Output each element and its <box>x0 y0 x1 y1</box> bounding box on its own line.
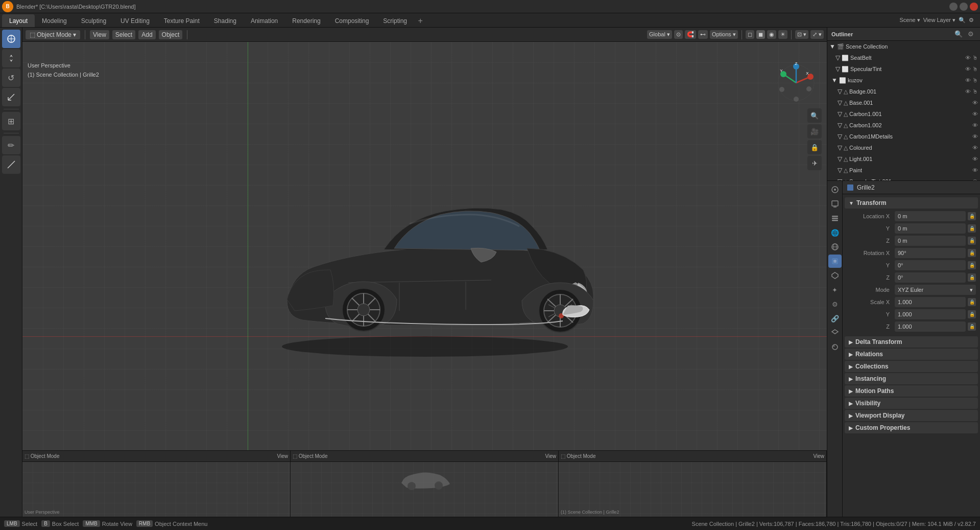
outliner-item-base001[interactable]: ▽ △ Base.001 👁 <box>827 97 980 108</box>
viewport-display-header[interactable]: ▶ Viewport Display <box>845 410 978 421</box>
delta-transform-header[interactable]: ▶ Delta Transform <box>845 336 978 348</box>
view-layer-props-button[interactable] <box>828 212 842 225</box>
rotation-mode-dropdown[interactable]: XYZ Euler ▾ <box>895 285 976 295</box>
outliner-item-kuzov[interactable]: ▼ ⬜ kuzov 👁 🖱 <box>827 75 980 86</box>
tab-layout[interactable]: Layout <box>2 14 35 27</box>
outliner-item-carbon1mdetails[interactable]: ▽ △ Carbon1MDetails 👁 <box>827 131 980 142</box>
zoom-in-button[interactable]: 🔍 <box>807 108 822 123</box>
instancing-header[interactable]: ▶ Instancing <box>845 373 978 384</box>
snap-button[interactable]: 🧲 <box>685 30 696 39</box>
location-x-field[interactable]: 0 m <box>895 211 966 221</box>
location-y-lock[interactable]: 🔒 <box>968 224 976 233</box>
location-x-lock[interactable]: 🔒 <box>968 212 976 220</box>
cursor-tool-button[interactable] <box>2 30 20 48</box>
outliner-item-scene[interactable]: ▼ 🎬 Scene Collection <box>827 41 980 52</box>
solid-shading[interactable]: ◼ <box>756 30 765 39</box>
add-workspace-button[interactable]: + <box>414 14 426 27</box>
outliner-item-speculartint[interactable]: ▽ ⬜ SpecularTint 👁 🖱 <box>827 63 980 75</box>
fly-mode-button[interactable]: ✈ <box>807 156 822 170</box>
mini-viewport-3[interactable]: ⬚ Object Mode View (1) Scene Collection … <box>559 451 827 517</box>
collections-header[interactable]: ▶ Collections <box>845 361 978 372</box>
visibility-header[interactable]: ▶ Visibility <box>845 398 978 409</box>
tab-shading[interactable]: Shading <box>207 14 244 27</box>
tab-modeling[interactable]: Modeling <box>35 14 74 27</box>
data-props-button[interactable] <box>828 326 842 339</box>
move-tool-button[interactable] <box>2 49 20 67</box>
object-menu[interactable]: Object <box>159 30 183 39</box>
tab-compositing[interactable]: Compositing <box>328 14 376 27</box>
mini-viewport-2[interactable]: ⬚ Object Mode View <box>291 451 559 517</box>
viewport-canvas[interactable]: User Perspective (1) Scene Collection | … <box>22 42 827 517</box>
modifier-props-button[interactable] <box>828 269 842 282</box>
outliner-content[interactable]: ▼ 🎬 Scene Collection ▽ ⬜ SeatBelt 👁 🖱 ▽ … <box>827 41 980 180</box>
scene-props-button[interactable]: 🌐 <box>828 226 842 239</box>
particle-props-button[interactable]: ✦ <box>828 283 842 296</box>
output-props-button[interactable] <box>828 197 842 211</box>
close-button[interactable] <box>970 3 978 11</box>
camera-view-button[interactable]: 🎥 <box>807 124 822 139</box>
motion-paths-header[interactable]: ▶ Motion Paths <box>845 385 978 397</box>
filter-icon[interactable]: ⚙ <box>969 17 974 24</box>
physics-props-button[interactable]: ⚙ <box>828 297 842 311</box>
wireframe-shading[interactable]: ◻ <box>746 30 754 39</box>
rotate-tool-button[interactable]: ↺ <box>2 68 20 87</box>
viewport-gizmo[interactable]: X Y Z <box>776 62 817 103</box>
outliner-search-button[interactable]: 🔍 <box>953 29 964 39</box>
outliner-item-seatbelt[interactable]: ▽ ⬜ SeatBelt 👁 🖱 <box>827 52 980 63</box>
outliner-item-light001[interactable]: ▽ △ Light.001 👁 <box>827 153 980 165</box>
mini-viewport-1[interactable]: ⬚ Object Mode View User Perspective <box>22 451 291 517</box>
scale-z-lock[interactable]: 🔒 <box>968 322 976 331</box>
prop-content-scroll[interactable]: ▼ Transform Location X 0 m 🔒 <box>843 194 980 517</box>
global-transform-dropdown[interactable]: Global ▾ <box>647 30 672 39</box>
object-props-button[interactable] <box>828 255 842 268</box>
options-button[interactable]: Options ▾ <box>710 30 738 39</box>
minimize-button[interactable] <box>949 3 958 11</box>
scene-selector[interactable]: Scene ▾ <box>899 17 920 24</box>
outliner-item-speculartint001[interactable]: ▽ △ SpecularTint.001 👁 <box>827 176 980 180</box>
annotate-tool-button[interactable]: ✏ <box>2 136 20 154</box>
rotation-z-lock[interactable]: 🔒 <box>968 273 976 282</box>
rotation-z-field[interactable]: 0° <box>895 272 966 283</box>
pivot-dropdown[interactable]: ⊙ <box>674 30 683 39</box>
proportional-edit-button[interactable]: ⊷ <box>698 30 708 39</box>
viewport-3d[interactable]: ⬚Object Mode▾ View Select Add Object Glo… <box>22 28 827 517</box>
scale-z-field[interactable]: 1.000 <box>895 321 966 332</box>
object-mode-dropdown[interactable]: ⬚Object Mode▾ <box>26 30 80 39</box>
scene-search[interactable]: 🔍 <box>959 17 966 24</box>
world-props-button[interactable] <box>828 240 842 254</box>
location-y-field[interactable]: 0 m <box>895 223 966 234</box>
outliner-item-paint[interactable]: ▽ △ Paint 👁 <box>827 165 980 176</box>
transform-tool-button[interactable]: ⊞ <box>2 112 20 130</box>
outliner-item-carbon1002[interactable]: ▽ △ Carbon1.002 👁 <box>827 120 980 131</box>
rotation-y-lock[interactable]: 🔒 <box>968 261 976 269</box>
relations-header[interactable]: ▶ Relations <box>845 349 978 360</box>
constraints-props-button[interactable]: 🔗 <box>828 312 842 325</box>
rotation-x-lock[interactable]: 🔒 <box>968 249 976 257</box>
tab-texture-paint[interactable]: Texture Paint <box>157 14 207 27</box>
rotation-x-field[interactable]: 90° <box>895 248 966 258</box>
add-menu[interactable]: Add <box>138 30 155 39</box>
scale-y-field[interactable]: 1.000 <box>895 309 966 319</box>
custom-properties-header[interactable]: ▶ Custom Properties <box>845 422 978 433</box>
material-props-button[interactable] <box>828 340 842 354</box>
tab-rendering[interactable]: Rendering <box>285 14 327 27</box>
rotation-y-field[interactable]: 0° <box>895 260 966 270</box>
view-layer-selector[interactable]: View Layer ▾ <box>923 17 955 24</box>
location-z-field[interactable]: 0 m <box>895 236 966 246</box>
select-menu[interactable]: Select <box>112 30 135 39</box>
location-z-lock[interactable]: 🔒 <box>968 237 976 245</box>
outliner-filter-button[interactable]: ⚙ <box>966 29 976 39</box>
gizmo-dropdown[interactable]: ⤢ ▾ <box>810 30 824 39</box>
tab-uv-editing[interactable]: UV Editing <box>113 14 157 27</box>
scale-y-lock[interactable]: 🔒 <box>968 310 976 318</box>
outliner-item-carbon1001[interactable]: ▽ △ Carbon1.001 👁 <box>827 108 980 120</box>
transform-section-header[interactable]: ▼ Transform <box>845 197 978 209</box>
material-preview-shading[interactable]: ◉ <box>767 30 776 39</box>
outliner-item-badge001[interactable]: ▽ △ Badge.001 👁 🖱 <box>827 86 980 97</box>
maximize-button[interactable] <box>960 3 968 11</box>
measure-tool-button[interactable] <box>2 155 20 174</box>
rendered-shading[interactable]: ☀ <box>778 30 787 39</box>
lock-to-object-button[interactable]: 🔒 <box>807 140 822 154</box>
tab-animation[interactable]: Animation <box>244 14 285 27</box>
overlay-dropdown[interactable]: ⊡ ▾ <box>795 30 808 39</box>
